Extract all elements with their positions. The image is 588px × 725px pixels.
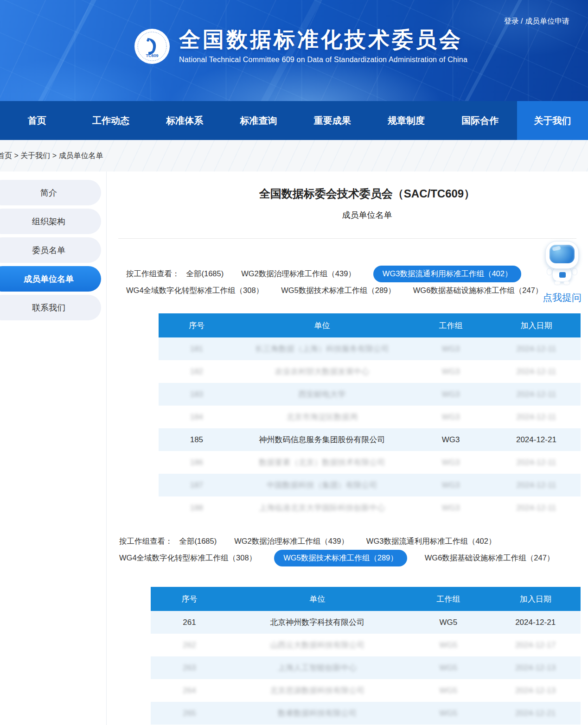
table-header-cell: 加入日期: [492, 320, 581, 331]
filter-option[interactable]: WG2数据治理标准工作组（439）: [234, 536, 349, 547]
cell-join-date: 2024-12-17: [490, 641, 581, 650]
cell-workgroup: WG3: [409, 503, 492, 513]
main-area: 简介组织架构委员名单成员单位名单联系我们 全国数据标委会技术委员会（SAC/TC…: [0, 172, 588, 725]
cell-index: 186: [159, 458, 235, 467]
table-row: 265 数睿数据科技有限公司 WG5 2024-12-21: [151, 702, 581, 725]
page-title: 全国数据标委会技术委员会（SAC/TC609）: [146, 185, 588, 202]
cell-index: 187: [159, 481, 235, 490]
cell-unit-name: 神州数码信息服务集团股份有限公司: [235, 434, 410, 445]
cell-index: 264: [151, 686, 228, 695]
divider: [118, 238, 576, 239]
page-head: 全国数据标委会技术委员会（SAC/TC609） 成员单位名单: [146, 185, 588, 221]
cell-unit-name: 上海人工智能创新中心: [228, 662, 407, 673]
cell-join-date: 2024-12-13: [490, 686, 581, 695]
banner-decor-bar: [38, 0, 96, 101]
login-link[interactable]: 登录 / 成员单位申请: [504, 17, 569, 26]
table-row: 181 长三角数据（上海）科技服务有限公司 WG3 2024-12-11: [159, 337, 581, 360]
sidebar-item[interactable]: 联系我们: [0, 295, 101, 320]
cell-join-date: 2024-12-21: [490, 618, 581, 627]
sidebar-item[interactable]: 委员名单: [0, 237, 101, 263]
sidebar: 简介组织架构委员名单成员单位名单联系我们: [0, 172, 107, 725]
table-header-cell: 序号: [159, 320, 235, 331]
cell-index: 183: [159, 390, 235, 399]
nav-item[interactable]: 国际合作: [443, 101, 517, 140]
member-table-wg5: 序号单位工作组加入日期 261 北京神州数字科技有限公司 WG5 2024-12…: [151, 587, 581, 725]
cell-join-date: 2024-12-11: [492, 413, 581, 422]
table-header-row: 序号单位工作组加入日期: [151, 587, 581, 611]
filter-group-section1: 按工作组查看： 全部(1685)WG2数据治理标准工作组（439）WG3数据流通…: [126, 266, 588, 299]
table-row: 184 北京市海淀区数据局 WG3 2024-12-11: [159, 406, 581, 428]
svg-text:TC609: TC609: [146, 53, 158, 58]
table-header-cell: 加入日期: [490, 594, 581, 604]
table-header-cell: 工作组: [409, 320, 492, 331]
table-header-cell: 单位: [235, 320, 410, 331]
table-row: 187 中国数据科技（集团）有限公司 WG3 2024-12-11: [159, 474, 581, 496]
filter-option[interactable]: WG3数据流通利用标准工作组（402）: [373, 266, 522, 282]
cell-unit-name: 长三角数据（上海）科技服务有限公司: [235, 343, 410, 354]
filter-option[interactable]: WG3数据流通利用标准工作组（402）: [366, 536, 496, 547]
table-body: 261 北京神州数字科技有限公司 WG5 2024-12-21 262 山西云大…: [151, 611, 581, 725]
table-header-cell: 单位: [228, 594, 407, 604]
nav-item[interactable]: 标准体系: [148, 101, 222, 140]
filter-option[interactable]: WG5数据技术标准工作组（289）: [281, 286, 396, 296]
cell-index: 188: [159, 503, 235, 513]
banner: 登录 / 成员单位申请 TC609 全国数据标准化技术委员会 National …: [0, 0, 588, 101]
filter-option[interactable]: WG5数据技术标准工作组（289）: [274, 550, 407, 566]
table-row: 183 西安邮电大学 WG3 2024-12-11: [159, 383, 581, 406]
cell-index: 181: [159, 344, 235, 354]
assistant-label[interactable]: 点我提问: [538, 291, 586, 304]
cell-join-date: 2024-12-11: [492, 390, 581, 399]
table-row: 188 上海临港北京大学国际科技创新中心 WG3 2024-12-11: [159, 496, 581, 519]
filter-option[interactable]: WG4全域数字化转型标准工作组（308）: [119, 553, 256, 563]
cell-unit-name: 上海临港北京大学国际科技创新中心: [235, 502, 410, 513]
cell-index: 263: [151, 663, 228, 673]
cell-workgroup: WG5: [407, 709, 491, 718]
sidebar-item[interactable]: 组织架构: [0, 209, 101, 234]
cell-workgroup: WG3: [409, 458, 492, 467]
filter-option[interactable]: WG4全域数字化转型标准工作组（308）: [126, 286, 263, 296]
filter-option[interactable]: WG6数据基础设施标准工作组（247）: [413, 286, 543, 296]
table-row: 182 农业农村部大数据发展中心 WG3 2024-12-11: [159, 360, 581, 383]
cell-unit-name: 西安邮电大学: [235, 389, 410, 400]
brand: TC609 全国数据标准化技术委员会 National Technical Co…: [134, 26, 467, 65]
main-nav: 首页工作动态标准体系标准查询重要成果规章制度国际合作关于我们: [0, 101, 588, 140]
cell-index: 184: [159, 413, 235, 422]
cell-join-date: 2024-12-11: [492, 344, 581, 354]
sidebar-item[interactable]: 简介: [0, 180, 101, 205]
cell-unit-name: 数睿数据科技有限公司: [228, 708, 407, 719]
cell-join-date: 2024-12-21: [492, 435, 581, 445]
table-row: 264 北京思源数据科技有限公司 WG5 2024-12-13: [151, 679, 581, 702]
sidebar-item[interactable]: 成员单位名单: [0, 266, 101, 292]
site-subtitle: National Technical Committee 609 on Data…: [179, 56, 467, 64]
robot-badge: [559, 272, 566, 278]
robot-mascot-icon[interactable]: [543, 241, 581, 286]
cell-unit-name: 山西云大数据科技有限公司: [228, 640, 407, 650]
table-row: 261 北京神州数字科技有限公司 WG5 2024-12-21: [151, 611, 581, 634]
breadcrumb[interactable]: 首页 > 关于我们 > 成员单位名单: [0, 151, 103, 161]
table-header-cell: 工作组: [407, 594, 491, 604]
assistant-widget[interactable]: 点我提问: [538, 241, 586, 304]
robot-foot: [563, 281, 570, 285]
filter-option[interactable]: 全部(1685): [179, 536, 217, 547]
filter-label: 按工作组查看：: [126, 269, 180, 279]
robot-foot: [554, 281, 561, 285]
nav-item[interactable]: 工作动态: [74, 101, 147, 140]
filter-option[interactable]: 全部(1685): [186, 269, 224, 279]
cell-join-date: 2024-12-21: [490, 709, 581, 718]
cell-unit-name: 北京神州数字科技有限公司: [228, 617, 407, 628]
filter-label: 按工作组查看：: [119, 536, 173, 547]
filter-option[interactable]: WG2数据治理标准工作组（439）: [241, 269, 356, 279]
table-row: 186 数据要素（北京）数据技术有限公司 WG3 2024-12-11: [159, 451, 581, 474]
nav-item[interactable]: 标准查询: [222, 101, 295, 140]
filter-option[interactable]: WG6数据基础设施标准工作组（247）: [425, 553, 555, 563]
nav-item[interactable]: 关于我们: [517, 101, 588, 140]
cell-join-date: 2024-12-11: [492, 503, 581, 513]
nav-item[interactable]: 重要成果: [295, 101, 369, 140]
cell-unit-name: 北京市海淀区数据局: [235, 412, 410, 422]
brand-text: 全国数据标准化技术委员会 National Technical Committe…: [179, 26, 467, 64]
cell-workgroup: WG5: [407, 663, 491, 673]
cell-workgroup: WG3: [409, 344, 492, 354]
nav-item[interactable]: 规章制度: [369, 101, 443, 140]
banner-decor-bar: [465, 0, 522, 101]
nav-item[interactable]: 首页: [0, 101, 74, 140]
